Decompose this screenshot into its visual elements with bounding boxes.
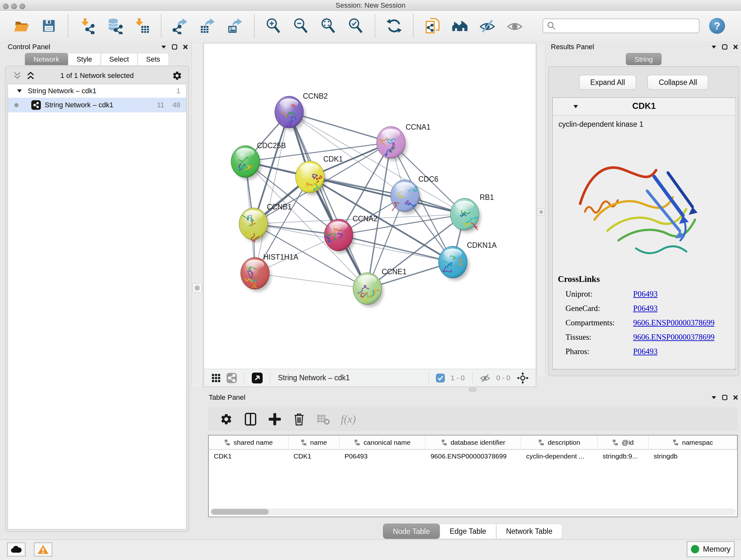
protein-section-header[interactable]: CDK1 bbox=[553, 98, 735, 116]
zoom-selected-button[interactable] bbox=[347, 17, 365, 35]
node-CCNB2[interactable]: CCNB2 bbox=[275, 92, 328, 131]
network-row[interactable]: String Network – cdk1 11 48 bbox=[8, 98, 186, 112]
right-splitter-handle[interactable] bbox=[538, 208, 545, 215]
panel-float-icon[interactable] bbox=[172, 44, 178, 50]
panel-float-icon[interactable] bbox=[722, 395, 728, 400]
network-options-gear-icon[interactable] bbox=[172, 71, 182, 81]
network-graph[interactable]: CCNB2CCNA1CDC25BCDK1CDC6RB1CCNB1CCNA2CDK… bbox=[204, 44, 536, 369]
home-button[interactable] bbox=[451, 17, 469, 35]
hidden-toggle[interactable] bbox=[480, 373, 490, 383]
panel-menu-icon[interactable] bbox=[161, 45, 166, 49]
table-cell[interactable]: stringdb:9... bbox=[598, 449, 649, 463]
panel-close-icon[interactable] bbox=[183, 44, 188, 50]
help-button[interactable]: ? bbox=[709, 18, 725, 34]
column-header-description[interactable]: description bbox=[521, 435, 598, 449]
apply-function-button[interactable]: f(x) bbox=[341, 413, 356, 425]
node-RB1[interactable]: RB1 bbox=[450, 193, 494, 233]
horizontal-splitter-handle[interactable] bbox=[469, 388, 476, 391]
column-header-@id[interactable]: @id bbox=[598, 435, 649, 449]
warnings-button[interactable] bbox=[34, 543, 52, 557]
table-hscrollbar-thumb[interactable] bbox=[211, 509, 269, 515]
selected-checkbox[interactable] bbox=[436, 374, 445, 382]
edge-CCNB2-CCNE1[interactable] bbox=[289, 112, 367, 289]
tab-edge-table[interactable]: Edge Table bbox=[440, 523, 496, 539]
memory-button[interactable]: Memory bbox=[687, 541, 735, 557]
search-input[interactable] bbox=[542, 18, 699, 33]
refresh-button[interactable] bbox=[385, 17, 403, 35]
column-header-canonical-name[interactable]: canonical name bbox=[340, 435, 426, 449]
table-cell[interactable]: P06493 bbox=[340, 449, 426, 463]
clone-network-button[interactable] bbox=[423, 17, 442, 35]
import-network-from-database-button[interactable] bbox=[105, 17, 124, 35]
panel-menu-icon[interactable] bbox=[711, 395, 717, 399]
delete-column-button[interactable] bbox=[289, 409, 309, 429]
column-header-database-identifier[interactable]: database identifier bbox=[425, 435, 521, 449]
crosslink-value[interactable]: 9606.ENSP00000378699 bbox=[633, 333, 715, 341]
table-cell[interactable]: CDK1 bbox=[209, 449, 288, 463]
pan-tool-button[interactable] bbox=[517, 372, 529, 384]
network-collection-row[interactable]: String Network – cdk1 1 bbox=[8, 84, 186, 98]
import-table-button[interactable] bbox=[133, 17, 151, 35]
column-header-shared-name[interactable]: shared name bbox=[209, 435, 288, 449]
save-session-button[interactable] bbox=[40, 17, 58, 35]
grid-mode-button[interactable] bbox=[211, 373, 221, 383]
crosslink-value[interactable]: P06493 bbox=[633, 347, 657, 356]
collapse-all-button[interactable]: Collapse All bbox=[648, 75, 708, 90]
open-session-button[interactable] bbox=[12, 17, 30, 35]
tab-network[interactable]: Network bbox=[25, 53, 68, 65]
table-cell[interactable]: 9606.ENSP00000378699 bbox=[425, 449, 521, 463]
export-network-button[interactable] bbox=[171, 17, 190, 35]
table-options-button[interactable] bbox=[216, 409, 236, 429]
table-cell[interactable]: CDK1 bbox=[288, 449, 340, 463]
table-row[interactable]: CDK1CDK1P064939606.ENSP00000378699cyclin… bbox=[209, 449, 737, 463]
tab-select[interactable]: Select bbox=[101, 53, 138, 65]
table-cell[interactable]: cyclin-dependent ... bbox=[521, 449, 598, 463]
zoom-in-button[interactable] bbox=[264, 17, 283, 35]
panel-menu-icon[interactable] bbox=[711, 45, 717, 49]
table-hscrollbar[interactable] bbox=[210, 508, 736, 515]
network-mode-button[interactable] bbox=[226, 373, 237, 383]
create-column-button[interactable] bbox=[265, 409, 285, 429]
delete-table-button[interactable] bbox=[313, 409, 333, 429]
panel-close-icon[interactable] bbox=[733, 44, 738, 50]
crosslinks-title: CrossLinks bbox=[558, 274, 735, 284]
panel-float-icon[interactable] bbox=[722, 44, 728, 50]
hide-selected-button[interactable] bbox=[478, 17, 496, 35]
column-header-namespac[interactable]: namespac bbox=[649, 435, 737, 449]
column-header-name[interactable]: name bbox=[288, 435, 340, 449]
node-CCNA1[interactable]: CCNA1 bbox=[377, 123, 430, 161]
panel-close-icon[interactable] bbox=[733, 395, 738, 400]
left-splitter[interactable] bbox=[192, 43, 203, 387]
edge-CCNB2-HIST1H1A[interactable] bbox=[255, 112, 289, 273]
import-network-button[interactable] bbox=[78, 17, 96, 35]
edge-HIST1H1A-CCNE1[interactable] bbox=[255, 273, 367, 289]
network-view[interactable]: CCNB2CCNA1CDC25BCDK1CDC6RB1CCNB1CCNA2CDK… bbox=[204, 43, 536, 387]
crosslink-value[interactable]: 9606.ENSP00000378699 bbox=[633, 318, 715, 327]
network-tab-panel: 1 of 1 Network selected String Network –… bbox=[5, 66, 189, 532]
show-all-button[interactable] bbox=[506, 17, 524, 35]
node-CDKN1A[interactable]: CDKN1A bbox=[439, 241, 497, 281]
tab-string[interactable]: String bbox=[626, 53, 661, 65]
show-columns-button[interactable] bbox=[241, 409, 260, 429]
table-cell[interactable]: stringdb bbox=[649, 449, 737, 463]
zoom-fit-button[interactable] bbox=[319, 17, 338, 35]
control-panel-title: Control Panel bbox=[8, 43, 50, 51]
crosslink-value[interactable]: P06493 bbox=[633, 304, 657, 313]
node-HIST1H1A[interactable]: HIST1H1A bbox=[241, 253, 299, 292]
tab-style[interactable]: Style bbox=[68, 53, 101, 65]
crosslink-value[interactable]: P06493 bbox=[633, 290, 657, 299]
tab-network-table[interactable]: Network Table bbox=[496, 523, 562, 539]
results-scrollbar[interactable] bbox=[735, 98, 738, 369]
zoom-out-button[interactable] bbox=[292, 17, 310, 35]
node-CDC25B[interactable]: CDC25B bbox=[231, 141, 286, 180]
export-table-button[interactable] bbox=[199, 17, 217, 35]
left-splitter-handle[interactable] bbox=[192, 283, 202, 293]
tab-sets[interactable]: Sets bbox=[138, 53, 169, 65]
birds-eye-view-button[interactable] bbox=[252, 372, 263, 384]
export-image-button[interactable] bbox=[226, 17, 245, 35]
expand-all-button[interactable]: Expand All bbox=[579, 75, 636, 90]
right-splitter[interactable] bbox=[537, 43, 546, 377]
tab-node-table[interactable]: Node Table bbox=[383, 523, 440, 539]
cloud-status-button[interactable] bbox=[7, 543, 25, 557]
tree-expander-icon[interactable] bbox=[17, 89, 22, 93]
